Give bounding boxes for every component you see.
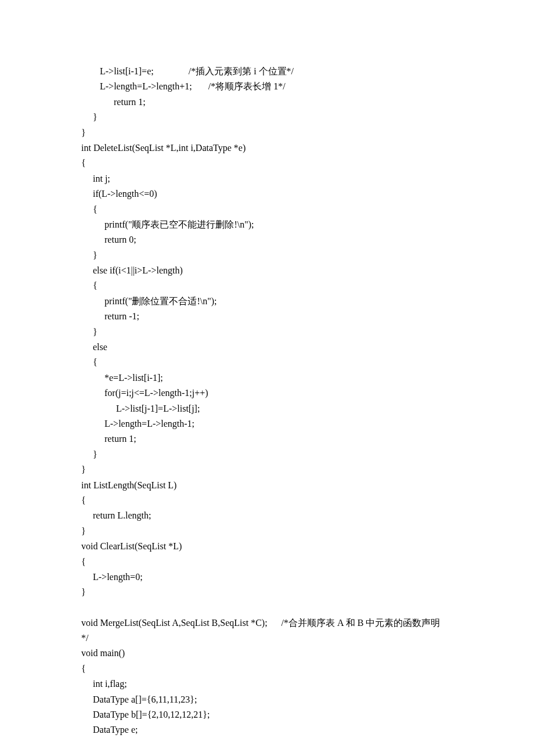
code-line: }	[81, 462, 459, 477]
code-line: }	[81, 325, 459, 340]
code-line: void main()	[81, 646, 459, 661]
code-line: }	[81, 110, 459, 125]
code-line: else if(i<1||i>L->length)	[81, 263, 459, 278]
code-line: return -1;	[81, 309, 459, 324]
code-line: int ListLength(SeqList L)	[81, 478, 459, 493]
code-line: return 0;	[81, 232, 459, 247]
code-line: return 1;	[81, 431, 459, 447]
code-line: return 1;	[81, 95, 459, 110]
code-line: L->length=0;	[81, 570, 459, 585]
code-line: {	[81, 278, 459, 293]
document-page: L->list[i-1]=e; /*插入元素到第 i 个位置*/ L->leng…	[0, 0, 534, 756]
code-line: }	[81, 585, 459, 600]
code-line: {	[81, 355, 459, 370]
code-line: }	[81, 524, 459, 539]
code-line: if(L->length<=0)	[81, 186, 459, 201]
code-line: else	[81, 340, 459, 355]
code-line: {	[81, 202, 459, 217]
code-line: for(j=i;j<=L->length-1;j++)	[81, 386, 459, 401]
code-line: int i,flag;	[81, 676, 459, 692]
code-line: int DeleteList(SeqList *L,int i,DataType…	[81, 141, 459, 156]
code-line: {	[81, 493, 459, 508]
code-line: L->list[i-1]=e; /*插入元素到第 i 个位置*/	[81, 64, 459, 79]
code-line: }	[81, 125, 459, 141]
code-block: L->list[i-1]=e; /*插入元素到第 i 个位置*/ L->leng…	[81, 64, 459, 738]
code-line: L->list[j-1]=L->list[j];	[81, 401, 459, 416]
code-line: DataType b[]={2,10,12,12,21};	[81, 707, 459, 722]
code-line: int j;	[81, 171, 459, 186]
code-line: printf("删除位置不合适!\n");	[81, 294, 459, 309]
code-line: {	[81, 555, 459, 570]
code-line: *e=L->list[i-1];	[81, 370, 459, 386]
code-line: printf("顺序表已空不能进行删除!\n");	[81, 217, 459, 232]
code-line: {	[81, 156, 459, 171]
code-line: }	[81, 447, 459, 462]
code-line: {	[81, 661, 459, 676]
blank-line	[81, 600, 459, 615]
code-line: return L.length;	[81, 508, 459, 523]
code-line: DataType a[]={6,11,11,23};	[81, 692, 459, 707]
code-line: }	[81, 248, 459, 263]
code-line: DataType e;	[81, 722, 459, 737]
code-line: L->length=L->length-1;	[81, 416, 459, 431]
code-line: void MergeList(SeqList A,SeqList B,SeqLi…	[81, 615, 459, 631]
code-line: L->length=L->length+1; /*将顺序表长增 1*/	[81, 79, 459, 94]
code-line: */	[81, 631, 459, 646]
code-line: void ClearList(SeqList *L)	[81, 539, 459, 554]
